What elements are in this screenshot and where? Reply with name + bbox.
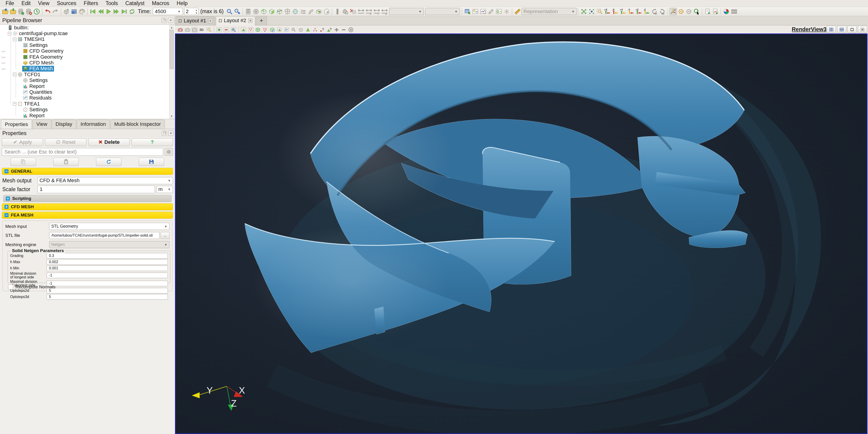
pipeline-item-fea-mesh[interactable]: FEA Mesh: [0, 66, 175, 71]
dock-close-icon[interactable]: ✕: [168, 18, 173, 23]
scroll-up-icon[interactable]: ▲: [169, 25, 174, 30]
param-input-optsteps2d[interactable]: 5: [46, 288, 168, 293]
visibility-eye-icon[interactable]: [1, 60, 6, 66]
mesh-input-combo[interactable]: STL Geometry▼: [49, 223, 169, 230]
search-options-gear-icon[interactable]: [164, 148, 173, 156]
tree-expander-icon[interactable]: −: [8, 32, 11, 35]
expand-icon[interactable]: +: [4, 205, 8, 209]
layout-tab-1[interactable]: Layout #1✕: [176, 17, 215, 25]
menu-file[interactable]: File: [2, 0, 17, 7]
stl-file-input[interactable]: /home/lubos/TCAE/run/centrifugal-pump/ST…: [49, 232, 159, 239]
zoom-data-icon[interactable]: [226, 8, 233, 15]
scrollbar-thumb[interactable]: [170, 30, 174, 69]
frame-spinbox[interactable]: 2▲▼: [184, 8, 198, 15]
text-3d-icon[interactable]: 3D: [198, 26, 205, 33]
select-points-interactive-icon[interactable]: [312, 26, 318, 33]
select-cells-through-icon[interactable]: [254, 26, 261, 33]
glyph-sphere-icon[interactable]: [291, 8, 299, 15]
param-input-optsteps3d[interactable]: 5: [46, 294, 168, 300]
pipeline-item-centrifugal-pump-tcae[interactable]: −centrifugal-pump.tcae: [0, 30, 175, 36]
tree-expander-icon[interactable]: −: [13, 73, 17, 76]
rotate-cursor-icon[interactable]: [693, 8, 701, 15]
param-input-h-min[interactable]: 0.001: [46, 266, 168, 271]
select-block-icon[interactable]: [269, 26, 275, 33]
color-palette-icon[interactable]: [78, 8, 86, 15]
redo-icon[interactable]: [52, 8, 59, 15]
color-map-icon[interactable]: [70, 8, 78, 15]
axis-minus-y-icon[interactable]: -Y: [627, 8, 634, 15]
shrink-selection-icon[interactable]: [340, 26, 347, 33]
save-data-icon[interactable]: [9, 8, 17, 15]
close-view-icon[interactable]: [858, 26, 867, 33]
stride-o-icon[interactable]: o: [381, 8, 388, 15]
tree-expander-icon[interactable]: −: [13, 38, 17, 41]
menu-filters[interactable]: Filters: [81, 0, 101, 7]
expand-icon[interactable]: +: [6, 196, 10, 200]
vcr-prev-icon[interactable]: [97, 8, 104, 15]
axis-plus-z-icon[interactable]: +Z: [635, 8, 643, 15]
menu-edit[interactable]: Edit: [18, 0, 34, 7]
rotate-90-ccw-icon[interactable]: -90: [659, 8, 666, 15]
dock-float-icon[interactable]: ❐: [162, 131, 167, 136]
calculator-icon[interactable]: [245, 8, 252, 15]
camera-red-icon[interactable]: [177, 26, 184, 33]
hover-cells-icon[interactable]: [297, 26, 304, 33]
pipeline-item-tfea1[interactable]: −TFEA1: [0, 101, 175, 107]
rotate-center-2-icon[interactable]: [685, 8, 692, 15]
ruler-icon[interactable]: [514, 8, 521, 15]
axis-plus-x-icon[interactable]: +X: [604, 8, 611, 15]
pipeline-item-report[interactable]: Report: [0, 113, 175, 118]
search-input[interactable]: Search ... (use Esc to clear text): [2, 148, 163, 156]
dock-float-icon[interactable]: ❐: [162, 18, 167, 23]
pipeline-item-report[interactable]: Report: [0, 83, 175, 89]
snowflake-icon[interactable]: [503, 8, 510, 15]
probe-icon[interactable]: [323, 8, 330, 15]
animation-view-icon[interactable]: [731, 8, 738, 15]
stride-plain-icon[interactable]: [358, 8, 365, 15]
visibility-eye-icon[interactable]: [1, 49, 6, 54]
pipeline-item-settings[interactable]: Settings: [0, 42, 175, 48]
copy-properties-button[interactable]: [11, 158, 36, 166]
server-disconnect-icon[interactable]: [25, 8, 33, 15]
pipeline-item-fea-geometry[interactable]: FEA Geometry: [0, 54, 175, 60]
param-input-h-max[interactable]: 0.002: [46, 259, 168, 265]
contour-icon[interactable]: [300, 8, 307, 15]
split-vertical-icon[interactable]: [837, 26, 846, 33]
stride-c-icon[interactable]: c: [365, 8, 373, 15]
server-connect-icon[interactable]: [17, 8, 25, 15]
section-fea-mesh[interactable]: − FEA MESH: [2, 212, 173, 219]
tab-display[interactable]: Display: [52, 120, 76, 129]
zoom-plus-icon[interactable]: [230, 26, 237, 33]
select-cells-interactive-icon[interactable]: [305, 26, 311, 33]
zoom-to-box-icon[interactable]: [596, 8, 603, 15]
new-spreadsheet-icon[interactable]: [704, 8, 711, 15]
filter-pencil-icon[interactable]: [487, 8, 495, 15]
query-cells-icon[interactable]: ?: [326, 26, 333, 33]
select-points-polygon-icon[interactable]: [283, 26, 290, 33]
center-axes-toggle-icon[interactable]: [670, 8, 677, 15]
reset-button[interactable]: ∅ Reset: [45, 138, 86, 146]
split-view-icon[interactable]: [464, 8, 471, 15]
vcr-play-icon[interactable]: [105, 8, 112, 15]
zoom-to-box-icon[interactable]: [206, 26, 212, 33]
vcr-next-icon[interactable]: [113, 8, 120, 15]
mesh-output-combo[interactable]: CFD & FEA Mesh▼: [37, 177, 173, 184]
vcr-last-icon[interactable]: [121, 8, 128, 15]
recompute-normals-checkbox[interactable]: [8, 284, 13, 289]
pipeline-item-quantities[interactable]: Quantities: [0, 89, 175, 95]
rotate-90-cw-icon[interactable]: +90: [651, 8, 658, 15]
open-file-icon[interactable]: [2, 8, 9, 15]
clip-cube2-icon[interactable]: [268, 8, 275, 15]
clear-selection-icon[interactable]: [347, 26, 354, 33]
layout-tab-2[interactable]: Layout #2✕: [216, 16, 255, 25]
axis-minus-x-icon[interactable]: -X: [612, 8, 619, 15]
slice-cube-icon[interactable]: [276, 8, 283, 15]
undo-icon[interactable]: [44, 8, 51, 15]
menu-help[interactable]: Help: [174, 0, 191, 7]
scale-unit-combo[interactable]: m▼: [156, 186, 173, 193]
color-legend-icon[interactable]: [722, 8, 730, 15]
param-input-grading[interactable]: 0.3: [46, 253, 168, 258]
disc-icon[interactable]: [252, 8, 260, 15]
hover-points-icon[interactable]: [290, 26, 297, 33]
add-layout-tab[interactable]: +: [256, 16, 267, 25]
